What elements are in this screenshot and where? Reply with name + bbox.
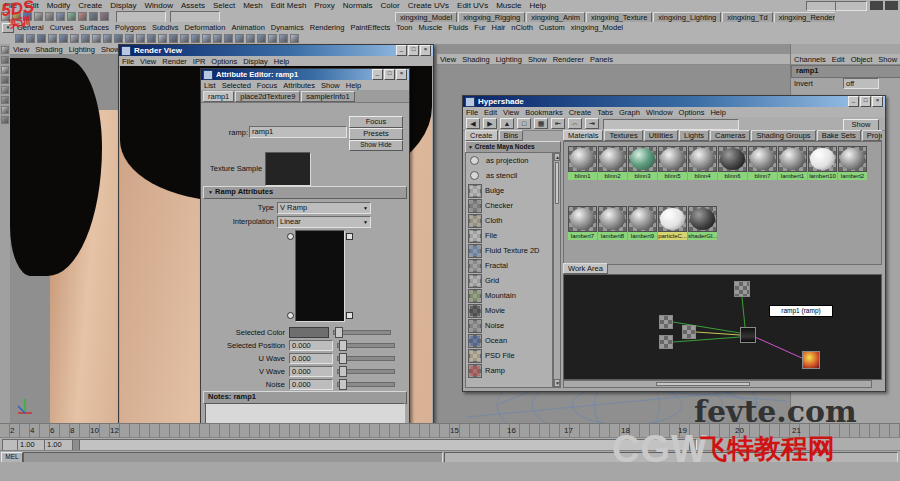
material-swatch-blinn6[interactable]: blinn6	[718, 146, 747, 180]
maximize-button[interactable]: □	[860, 96, 871, 107]
hypershade-category-tab-0[interactable]: Materials	[563, 130, 603, 141]
minimize-button[interactable]: _	[848, 96, 859, 107]
corner-panel-icon-a[interactable]	[870, 1, 883, 10]
shelf-tab-6[interactable]: xingxing_Render	[774, 12, 835, 22]
hypershade-filter-field[interactable]	[603, 119, 739, 130]
channel-attr-value[interactable]: off	[843, 78, 879, 89]
shelf-name-tab-10[interactable]: Toon	[393, 23, 415, 32]
render-view-menu-item-2[interactable]: Render	[159, 57, 190, 66]
main-menu-item-0[interactable]: File	[0, 1, 21, 10]
render-view-menu-item-0[interactable]: File	[119, 57, 137, 66]
viewport-menu-item-5[interactable]: Panels	[587, 55, 616, 64]
tool-icon-0[interactable]	[1, 46, 9, 54]
shelf-icon-9[interactable]	[114, 34, 123, 43]
range-handle-left[interactable]	[73, 440, 80, 450]
viewport-menu-item-0[interactable]: View	[437, 55, 459, 64]
slider-handle[interactable]	[339, 353, 347, 364]
ae-row-value-field[interactable]: 0.000	[289, 379, 333, 390]
shelf-icon-0[interactable]	[15, 34, 24, 43]
tool-icon-2[interactable]	[1, 66, 9, 74]
tool-icon-6[interactable]	[1, 106, 9, 114]
shelf-name-tab-6[interactable]: Animation	[228, 23, 267, 32]
shelf-name-tab-3[interactable]: Polygons	[112, 23, 149, 32]
shelf-tab-0[interactable]: xingxing_Model	[395, 12, 457, 22]
new-scene-icon[interactable]	[1, 12, 10, 21]
minimize-button[interactable]: _	[372, 69, 383, 80]
shelf-name-tab-17[interactable]: xingxing_Model	[568, 23, 626, 32]
channel-box-menu-item-0[interactable]: Channels	[791, 55, 829, 64]
hypershade-menu-item-2[interactable]: View	[500, 108, 522, 117]
render-view-menu-item-3[interactable]: IPR	[190, 57, 209, 66]
texture-sample-swatch[interactable]	[265, 152, 311, 186]
material-swatch-blinn1[interactable]: blinn1	[568, 146, 597, 180]
snap-mode-dropdown[interactable]	[170, 11, 220, 23]
ramp-delete-handle-bottom[interactable]	[346, 312, 353, 319]
attribute-editor-tab-2[interactable]: samplerInfo1	[301, 91, 354, 102]
main-menu-item-15[interactable]: Muscle	[492, 1, 525, 10]
maximize-button[interactable]: □	[408, 45, 419, 56]
create-item-movie[interactable]: Movie	[466, 303, 552, 318]
hypershade-menu-item-7[interactable]: Window	[643, 108, 676, 117]
shelf-icon-2[interactable]	[37, 34, 46, 43]
ipr-render-icon[interactable]	[100, 12, 109, 21]
shelf-icon-25[interactable]	[290, 34, 299, 43]
tool-icon-4[interactable]	[1, 86, 9, 94]
create-item-mountain[interactable]: Mountain	[466, 288, 552, 303]
shelf-name-tab-11[interactable]: Muscle	[416, 23, 446, 32]
create-item-bulge[interactable]: Bulge	[466, 183, 552, 198]
menubar-field-2[interactable]	[835, 1, 867, 11]
material-swatch-lambert1[interactable]: lambert1	[778, 146, 807, 180]
create-panel-tab-1[interactable]: Bins	[499, 130, 524, 141]
create-item-fractal[interactable]: Fractal	[466, 258, 552, 273]
viewport-menu-item-3[interactable]: Show	[525, 55, 550, 64]
output-connections-icon[interactable]: ⇥	[585, 118, 599, 129]
snap-curve-icon[interactable]	[67, 12, 76, 21]
shelf-icon-8[interactable]	[103, 34, 112, 43]
attribute-editor-menu-item-0[interactable]: List	[201, 81, 219, 90]
main-menu-item-5[interactable]: Window	[141, 1, 177, 10]
shelf-name-tab-2[interactable]: Surfaces	[76, 23, 112, 32]
viewport-menu-item-4[interactable]: Renderer	[550, 55, 587, 64]
work-area-graph[interactable]: ramp1 (ramp)	[563, 274, 882, 380]
slider-handle[interactable]	[339, 340, 347, 351]
range-handle-right[interactable]	[689, 440, 696, 450]
ae-row-slider[interactable]	[337, 369, 395, 374]
shelf-name-tab-7[interactable]: Dynamics	[268, 23, 307, 32]
close-button[interactable]: ×	[872, 96, 883, 107]
ae-row-slider[interactable]	[337, 382, 395, 387]
shading-node-place2d[interactable]	[734, 281, 750, 297]
hypershade-menu-item-8[interactable]: Options	[676, 108, 708, 117]
shading-node-texture-3[interactable]	[682, 325, 696, 339]
shelf-icon-24[interactable]	[279, 34, 288, 43]
hypershade-menu-item-0[interactable]: File	[463, 108, 481, 117]
material-swatch-area[interactable]: blinn1blinn2blinn3blinn5blinn4blinn6blin…	[563, 141, 882, 265]
shelf-icon-11[interactable]	[136, 34, 145, 43]
shelf-icon-3[interactable]	[48, 34, 57, 43]
selection-mask-dropdown[interactable]	[116, 11, 166, 23]
channel-box-menu-item-1[interactable]: Edit	[829, 55, 848, 64]
shelf-icon-20[interactable]	[235, 34, 244, 43]
material-swatch-lambert8[interactable]: lambert8	[598, 206, 627, 240]
ae-row-slider[interactable]	[337, 356, 395, 361]
ae-row-slider[interactable]	[333, 330, 391, 335]
ramp-gradient-editor[interactable]	[295, 230, 345, 322]
input-output-connections-icon[interactable]: ⇔	[568, 118, 582, 129]
shelf-menu-arrow-icon[interactable]: ▾	[2, 23, 14, 33]
clear-graph-icon[interactable]: □	[517, 118, 531, 129]
input-connections-icon[interactable]: ⇤	[551, 118, 565, 129]
hypershade-category-tab-2[interactable]: Utilities	[644, 130, 678, 141]
scroll-down-icon[interactable]: ▼	[554, 379, 560, 387]
shelf-name-tab-5[interactable]: Deformation	[182, 23, 229, 32]
up-icon[interactable]: ▲	[500, 118, 514, 129]
hypershade-titlebar[interactable]: Hypershade _□×	[463, 96, 885, 107]
main-menu-item-1[interactable]: Edit	[21, 1, 43, 10]
forward-icon[interactable]: ▶	[483, 118, 497, 129]
presets-button[interactable]: Presets	[349, 128, 403, 140]
close-button[interactable]: ×	[396, 69, 407, 80]
corner-panel-icon-b[interactable]	[885, 1, 898, 10]
main-menu-item-14[interactable]: Edit UVs	[453, 1, 492, 10]
material-swatch-lambert10[interactable]: lambert10	[808, 146, 837, 180]
interpolation-dropdown[interactable]: Linear ▼	[277, 216, 371, 228]
ae-row-value-field[interactable]: 0.000	[289, 366, 333, 377]
ae-row-value-field[interactable]: 0.000	[289, 353, 333, 364]
